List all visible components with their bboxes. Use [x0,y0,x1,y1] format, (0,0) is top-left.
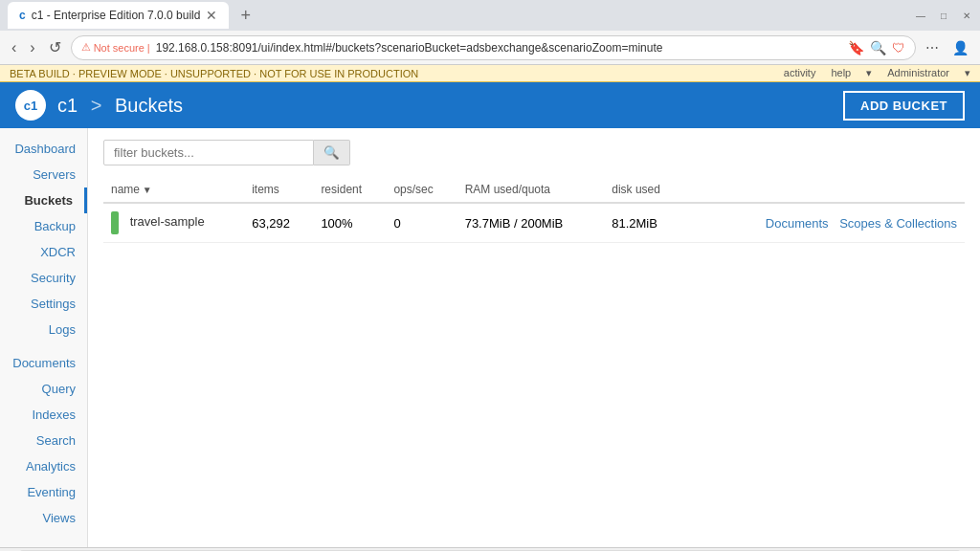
admin-link[interactable]: Administrator [887,67,949,79]
sidebar-item-indexes[interactable]: Indexes [0,402,87,428]
app-logo-text: c1 [24,99,37,113]
filter-search-icon: 🔍 [323,145,340,160]
search-icon[interactable]: 🔍 [870,40,886,55]
beta-bar: BETA BUILD · PREVIEW MODE · UNSUPPORTED … [0,65,980,82]
sidebar-item-views[interactable]: Views [0,505,87,531]
sidebar-item-xdcr[interactable]: XDCR [0,239,87,265]
page-title: Buckets [115,95,183,116]
documents-link[interactable]: Documents [766,216,829,231]
table-header: name items resident ops/sec RAM used/quo… [103,177,965,203]
browser-tab[interactable]: c c1 - Enterprise Edition 7.0.0 build ✕ [8,2,229,29]
content-area: 🔍 name items resident ops/sec RAM used/q… [88,128,980,547]
bucket-ram-cell: 73.7MiB / 200MiB [457,203,605,243]
sidebar-item-settings[interactable]: Settings [0,291,87,317]
browser-nav-bar: ‹ › ↺ ⚠ Not secure | 192.168.0.158:8091/… [0,31,980,65]
bucket-ops-cell: 0 [386,203,457,243]
profile-icon[interactable]: 👤 [948,38,972,57]
bucket-items-cell: 63,292 [244,203,313,243]
new-tab-button[interactable]: + [236,6,255,26]
sidebar-item-logs[interactable]: Logs [0,317,87,342]
sidebar-item-backup[interactable]: Backup [0,213,87,239]
reload-button[interactable]: ↺ [45,36,65,58]
col-header-disk: disk used [604,177,686,203]
tab-title: c1 - Enterprise Edition 7.0.0 build [32,9,201,22]
shield-icon: 🛡 [892,40,905,55]
col-header-ops: ops/sec [386,177,457,203]
filter-input[interactable] [103,140,314,165]
scopes-collections-link[interactable]: Scopes & Collections [839,216,957,231]
bucket-actions-cell: Documents Scopes & Collections [687,203,965,243]
app: c1 c1 > Buckets ADD BUCKET Dashboard Ser… [0,82,980,547]
col-header-resident: resident [313,177,386,203]
bucket-color-indicator [111,211,119,234]
breadcrumb-separator: > [91,95,102,116]
col-header-actions [687,177,965,203]
col-header-name[interactable]: name [103,177,244,203]
sidebar-item-documents[interactable]: Documents [0,350,87,376]
bucket-resident-cell: 100% [313,203,386,243]
col-header-ram: RAM used/quota [457,177,605,203]
horizontal-scrollbar[interactable] [0,547,980,551]
back-button[interactable]: ‹ [8,37,20,58]
close-button[interactable]: ✕ [961,10,972,21]
app-cluster-name: c1 [57,95,78,116]
address-bar[interactable]: ⚠ Not secure | 192.168.0.158:8091/ui/ind… [71,35,916,60]
sidebar-item-search[interactable]: Search [0,428,87,453]
sidebar-item-query[interactable]: Query [0,376,87,402]
minimize-button[interactable]: — [915,10,926,21]
activity-link[interactable]: activity [784,67,816,79]
table-row: travel-sample 63,292 100% 0 73.7MiB / 20… [103,203,965,243]
app-breadcrumb: c1 > Buckets [57,95,183,117]
forward-button[interactable]: › [26,37,38,58]
col-header-items: items [244,177,313,203]
add-bucket-button[interactable]: ADD BUCKET [843,91,965,121]
filter-row: 🔍 [103,140,965,165]
filter-search-button[interactable]: 🔍 [314,140,350,165]
sidebar-item-servers[interactable]: Servers [0,162,87,187]
maximize-button[interactable]: □ [938,10,949,21]
app-logo: c1 [15,90,46,121]
sidebar-item-eventing[interactable]: Eventing [0,479,87,505]
tab-close-button[interactable]: ✕ [206,8,217,23]
bookmark-icon[interactable]: 🔖 [848,40,864,55]
bucket-disk-cell: 81.2MiB [604,203,686,243]
sidebar-item-analytics[interactable]: Analytics [0,453,87,479]
security-warning: ⚠ Not secure | [81,41,150,54]
bucket-name: travel-sample [130,214,205,229]
sidebar-item-security[interactable]: Security [0,265,87,291]
sidebar: Dashboard Servers Buckets Backup XDCR Se… [0,128,88,547]
help-link[interactable]: help [831,67,851,79]
address-text: 192.168.0.158:8091/ui/index.html#/bucket… [156,41,842,55]
bucket-table: name items resident ops/sec RAM used/quo… [103,177,965,243]
sidebar-item-buckets[interactable]: Buckets [0,187,87,213]
main-layout: Dashboard Servers Buckets Backup XDCR Se… [0,128,980,547]
table-body: travel-sample 63,292 100% 0 73.7MiB / 20… [103,203,965,243]
app-header: c1 c1 > Buckets ADD BUCKET [0,82,980,128]
sidebar-item-dashboard[interactable]: Dashboard [0,136,87,162]
browser-title-bar: c c1 - Enterprise Edition 7.0.0 build ✕ … [0,0,980,65]
beta-message: BETA BUILD · PREVIEW MODE · UNSUPPORTED … [10,68,418,79]
extensions-icon[interactable]: ⋯ [922,38,943,57]
bucket-name-cell: travel-sample [103,203,244,243]
tab-favicon: c [19,9,26,22]
